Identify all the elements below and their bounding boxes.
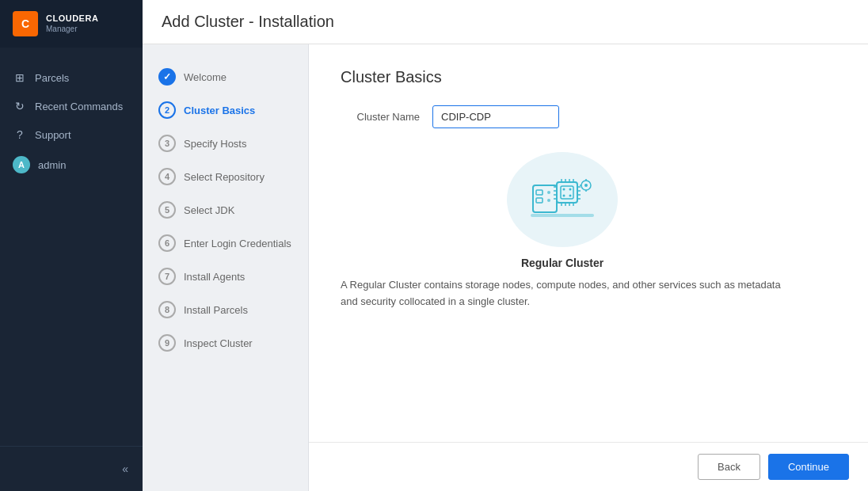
step-label: Specify Hosts bbox=[184, 138, 246, 150]
svg-rect-2 bbox=[536, 190, 542, 195]
footer-bar: Back Continue bbox=[309, 442, 868, 491]
avatar: A bbox=[13, 156, 30, 173]
step-item-3[interactable]: 3Specify Hosts bbox=[143, 127, 308, 160]
parcels-icon: ⊞ bbox=[13, 70, 27, 85]
step-number: 8 bbox=[158, 301, 176, 318]
sidebar-bottom: « bbox=[0, 446, 143, 491]
step-number: 5 bbox=[158, 201, 176, 219]
cluster-card: Regular Cluster A Regular Cluster contai… bbox=[341, 152, 784, 310]
main-panel: Add Cluster - Installation ✓Welcome2Clus… bbox=[143, 0, 868, 491]
regular-cluster-icon bbox=[527, 168, 598, 231]
logo-name: CLOUDERA bbox=[46, 13, 98, 24]
cluster-icon-wrapper bbox=[507, 152, 618, 247]
logo-subtitle: Manager bbox=[46, 25, 98, 34]
sidebar-item-label: Support bbox=[35, 129, 71, 141]
sidebar-item-admin[interactable]: Aadmin bbox=[0, 149, 143, 181]
svg-point-4 bbox=[547, 191, 550, 194]
step-item-2[interactable]: 2Cluster Basics bbox=[143, 93, 308, 127]
sidebar-item-parcels[interactable]: ⊞Parcels bbox=[0, 63, 143, 92]
step-item-9[interactable]: 9Inspect Cluster bbox=[143, 326, 308, 360]
sidebar: C CLOUDERA Manager ⊞Parcels↻Recent Comma… bbox=[0, 0, 143, 491]
svg-point-25 bbox=[569, 188, 572, 191]
back-button[interactable]: Back bbox=[698, 454, 760, 480]
step-label: Select JDK bbox=[184, 204, 234, 216]
logo-text: CLOUDERA Manager bbox=[46, 13, 98, 33]
svg-point-24 bbox=[563, 188, 565, 191]
step-number: 9 bbox=[158, 334, 176, 352]
svg-point-5 bbox=[547, 199, 550, 202]
svg-rect-6 bbox=[557, 182, 577, 203]
step-number: 7 bbox=[158, 268, 176, 285]
sidebar-collapse-area: « bbox=[0, 455, 143, 483]
step-item-4[interactable]: 4Select Repository bbox=[143, 160, 308, 193]
step-label: Inspect Cluster bbox=[184, 337, 253, 349]
cluster-type-title: Regular Cluster bbox=[521, 257, 603, 269]
step-label: Enter Login Credentials bbox=[184, 238, 291, 249]
support-icon: ? bbox=[13, 128, 27, 142]
step-label: Install Agents bbox=[184, 271, 245, 283]
sidebar-item-label: admin bbox=[38, 159, 66, 171]
step-label: Install Parcels bbox=[184, 304, 248, 316]
step-item-5[interactable]: 5Select JDK bbox=[143, 193, 308, 226]
step-number: ✓ bbox=[158, 68, 176, 86]
cluster-name-input[interactable] bbox=[432, 105, 559, 128]
cluster-name-label: Cluster Name bbox=[341, 111, 420, 123]
content-area: Cluster Basics Cluster Name bbox=[309, 44, 868, 491]
sidebar-item-label: Recent Commands bbox=[35, 101, 123, 112]
step-item-7[interactable]: 7Install Agents bbox=[143, 260, 308, 293]
step-item-1[interactable]: ✓Welcome bbox=[143, 60, 308, 93]
step-number: 3 bbox=[158, 135, 176, 152]
sidebar-item-recent-commands[interactable]: ↻Recent Commands bbox=[0, 92, 143, 120]
sidebar-item-support[interactable]: ?Support bbox=[0, 120, 143, 149]
step-label: Cluster Basics bbox=[184, 105, 255, 116]
step-number: 6 bbox=[158, 234, 176, 252]
cloudera-logo-icon: C bbox=[13, 11, 38, 36]
svg-point-26 bbox=[563, 195, 565, 197]
step-number: 2 bbox=[158, 101, 176, 119]
svg-point-29 bbox=[584, 184, 588, 187]
sidebar-item-label: Parcels bbox=[35, 72, 69, 84]
recent-commands-icon: ↻ bbox=[13, 99, 27, 113]
continue-button[interactable]: Continue bbox=[768, 454, 849, 480]
content-title: Cluster Basics bbox=[341, 68, 836, 86]
step-item-6[interactable]: 6Enter Login Credentials bbox=[143, 226, 308, 260]
svg-rect-0 bbox=[531, 214, 594, 217]
collapse-button[interactable]: « bbox=[117, 459, 133, 478]
cluster-type-description: A Regular Cluster contains storage nodes… bbox=[341, 277, 784, 310]
step-label: Welcome bbox=[184, 71, 227, 83]
svg-rect-3 bbox=[536, 198, 542, 203]
steps-panel: ✓Welcome2Cluster Basics3Specify Hosts4Se… bbox=[143, 44, 309, 491]
cluster-name-row: Cluster Name bbox=[341, 105, 836, 128]
step-number: 4 bbox=[158, 168, 176, 185]
main-header: Add Cluster - Installation bbox=[143, 0, 868, 44]
sidebar-logo: C CLOUDERA Manager bbox=[0, 0, 143, 48]
svg-point-27 bbox=[569, 195, 572, 197]
main-body: ✓Welcome2Cluster Basics3Specify Hosts4Se… bbox=[143, 44, 868, 491]
step-item-8[interactable]: 8Install Parcels bbox=[143, 293, 308, 326]
sidebar-nav: ⊞Parcels↻Recent Commands?SupportAadmin bbox=[0, 48, 143, 446]
step-label: Select Repository bbox=[184, 171, 265, 183]
page-title: Add Cluster - Installation bbox=[162, 13, 849, 31]
